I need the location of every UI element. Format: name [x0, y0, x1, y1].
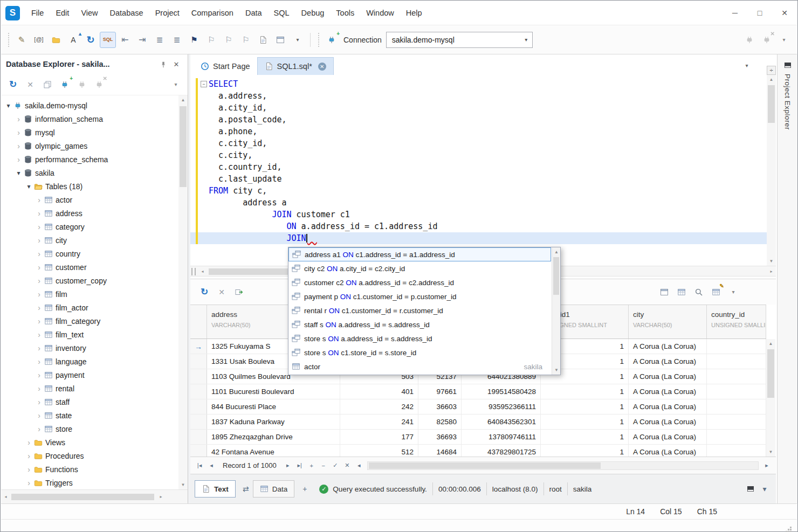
grid-cell[interactable]: 36603 [418, 399, 462, 414]
open-file-icon[interactable] [48, 32, 64, 48]
scroll-up-icon[interactable]: ▲ [178, 95, 188, 105]
toolbar-options-icon[interactable]: ▾ [776, 32, 792, 48]
grid-cell[interactable]: 1837 Kaduna Parkway [207, 414, 340, 429]
column-header-country_id[interactable]: country_idUNSIGNED SMALLINT [707, 305, 766, 338]
maximize-button[interactable]: □ [747, 1, 772, 25]
code-line-14[interactable]: JOIN [190, 232, 767, 244]
tree-item-rental[interactable]: ›rental [1, 382, 178, 395]
tree-item-functions[interactable]: ›Functions [1, 462, 178, 476]
tree-item-category[interactable]: ›category [1, 220, 178, 233]
expand-arrow-icon[interactable]: › [35, 277, 43, 285]
cancel-edit-icon[interactable]: ✕ [341, 460, 353, 472]
connection-select[interactable]: sakila.demo-mysql▾ [386, 32, 533, 48]
tab-text-view[interactable]: Text [195, 480, 236, 498]
toolbar-grip[interactable] [317, 33, 320, 47]
duplicate-icon[interactable] [39, 77, 56, 93]
completion-item-table[interactable]: actorsakila [288, 360, 551, 374]
output-panel-icon[interactable] [744, 482, 758, 496]
first-record-icon[interactable]: |◂ [194, 460, 205, 472]
grid-cell[interactable]: 36693 [418, 430, 462, 444]
grid-cell[interactable]: 1 [541, 384, 629, 399]
expand-arrow-icon[interactable]: › [25, 452, 33, 460]
grid-cell[interactable]: 1895 Zhezqazghan Drive [207, 430, 340, 444]
next-bookmark-icon[interactable]: ⚐ [221, 32, 237, 48]
completion-item[interactable]: customer c2 ON a.address_id = c2.address… [288, 275, 551, 289]
grid-cell[interactable]: 512 [340, 445, 418, 457]
expand-arrow-icon[interactable]: › [35, 385, 43, 392]
grid-view-icon[interactable] [673, 284, 690, 300]
expand-arrow-icon[interactable]: › [35, 317, 43, 325]
completion-item[interactable]: store s ON a.address_id = s.address_id [288, 331, 551, 346]
resize-grip-icon[interactable] [790, 527, 792, 528]
expand-arrow-icon[interactable]: › [35, 250, 43, 258]
sql-window-button[interactable]: SQL [100, 32, 116, 48]
grid-cell[interactable]: 241 [340, 414, 418, 429]
fold-marker[interactable]: − [201, 81, 207, 87]
outdent-icon[interactable]: ≣ [169, 32, 185, 48]
expand-arrow-icon[interactable]: › [35, 264, 43, 271]
grid-cell[interactable]: 437829801725 [462, 445, 541, 457]
bottombar-dropdown-icon[interactable]: ▾ [758, 482, 772, 496]
scrollbar-thumb[interactable] [768, 85, 775, 123]
completion-item[interactable]: staff s ON a.address_id = s.address_id [288, 317, 551, 331]
close-panel-icon[interactable]: ✕ [170, 60, 183, 68]
grid-cell[interactable]: 1 [541, 399, 629, 414]
tree-item-country[interactable]: ›country [1, 247, 178, 260]
minimize-button[interactable]: ─ [723, 1, 747, 25]
custom-grid-icon[interactable]: ✎ [708, 284, 724, 300]
refresh-icon[interactable]: ↻ [196, 284, 212, 300]
delete-row-icon[interactable]: ✕ [214, 284, 230, 300]
tree-item-customer[interactable]: ›customer [1, 260, 178, 274]
code-line-11[interactable]: address a [190, 197, 767, 209]
prev-record-icon[interactable]: ◂ [205, 460, 217, 472]
code-line-5[interactable]: a.phone, [190, 126, 767, 137]
code-line-7[interactable]: c.city, [190, 149, 767, 161]
combo-dropdown-icon[interactable]: ▾ [520, 37, 532, 43]
grid-cell[interactable]: 1 [541, 414, 629, 429]
scroll-left-icon[interactable]: ◂ [198, 267, 207, 276]
indent-icon[interactable]: ≣ [152, 32, 168, 48]
close-button[interactable]: ✕ [772, 1, 797, 25]
tab-list-dropdown-icon[interactable]: ▾ [741, 60, 753, 71]
expand-arrow-icon[interactable]: › [35, 210, 43, 217]
code-line-3[interactable]: a.city_id, [190, 102, 767, 114]
completion-item[interactable]: address a1 ON c1.address_id = a1.address… [288, 247, 551, 261]
tree-item-film[interactable]: ›film [1, 287, 178, 301]
code-line-10[interactable]: FROM city c, [190, 185, 767, 197]
delete-record-icon[interactable]: − [318, 460, 329, 472]
menu-edit[interactable]: Edit [50, 5, 75, 21]
code-line-13[interactable]: ON a.address_id = c1.address_id [190, 220, 767, 232]
grid-cell[interactable] [707, 430, 766, 444]
scroll-right-icon[interactable]: ▸ [156, 492, 166, 501]
refresh-icon[interactable]: ↻ [82, 32, 99, 48]
grid-corner[interactable] [190, 305, 207, 338]
scroll-up-icon[interactable]: ▲ [552, 247, 561, 257]
grid-cell[interactable]: A Corua (La Corua) [629, 399, 707, 414]
editor-vscrollbar[interactable]: ▲ ▼ [767, 75, 776, 266]
grid-cell[interactable]: A Corua (La Corua) [629, 354, 707, 369]
prev-statement-icon[interactable]: ⇤ [117, 32, 133, 48]
menu-sql[interactable]: SQL [268, 5, 295, 21]
tab-start-page[interactable]: Start Page [194, 57, 257, 75]
menu-file[interactable]: File [25, 5, 50, 21]
row-header[interactable] [190, 399, 207, 414]
scroll-up-icon[interactable]: ▲ [766, 339, 775, 348]
refresh-icon[interactable]: ↻ [5, 77, 21, 93]
grid-cell[interactable]: A Corua (La Corua) [629, 430, 707, 444]
clear-bookmarks-icon[interactable]: ⚐ [238, 32, 254, 48]
new-connection-icon[interactable]: + [324, 32, 340, 48]
menu-comparison[interactable]: Comparison [185, 5, 239, 21]
append-record-icon[interactable]: + [306, 460, 318, 472]
tree-item-views[interactable]: ›Views [1, 436, 178, 449]
tree-item-olympic-games[interactable]: ›olympic_games [1, 139, 178, 153]
connect-icon[interactable] [741, 32, 758, 48]
grid-cell[interactable]: 242 [340, 399, 418, 414]
grid-cell[interactable] [707, 339, 766, 354]
expand-arrow-icon[interactable]: › [35, 412, 43, 419]
grid-cell[interactable] [707, 384, 766, 399]
expand-arrow-icon[interactable]: › [15, 156, 23, 163]
toggle-bookmark-icon[interactable]: ⚑ [186, 32, 202, 48]
swap-view-icon[interactable]: ⇄ [239, 482, 253, 496]
grid-cell[interactable]: 82580 [418, 414, 462, 429]
tree-item-city[interactable]: ›city [1, 233, 178, 247]
